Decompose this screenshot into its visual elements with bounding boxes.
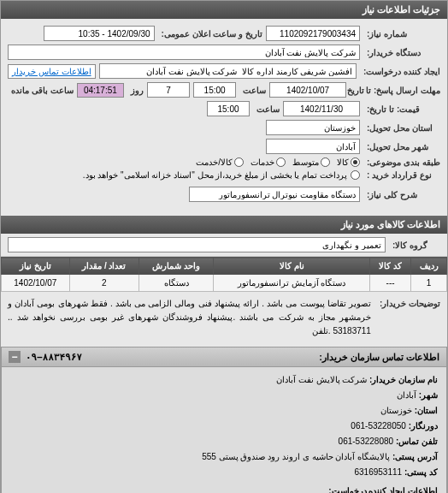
radio-kala-khadmat-label: کالا/خدمت (196, 157, 233, 167)
radio-khadmat[interactable]: خدمات (251, 157, 286, 167)
deadline-hour[interactable] (193, 82, 236, 98)
barcode: ۰۹−۸۸۳۴۹۶۷ (26, 352, 82, 363)
collapse-icon[interactable]: − (9, 351, 21, 363)
buyer-notes-label: توضیحات خریدار: (376, 297, 440, 308)
remain-label: ساعت باقی مانده (8, 86, 74, 95)
th-date: تاریخ نیاز (2, 258, 70, 275)
phone-value: 53228080-061 (339, 437, 394, 446)
form-body: شماره نیاز: تاریخ و ساعت اعلان عمومی: دس… (1, 19, 447, 212)
contact-panel: اطلاعات تماس سازمان خریدار: ۰۹−۸۸۳۴۹۶۷ −… (1, 347, 447, 493)
creator-input[interactable] (99, 63, 357, 79)
contract-note: پرداخت تمام یا بخشی از مبلغ خرید،از محل … (83, 170, 347, 180)
contract-radio[interactable] (351, 170, 360, 180)
table-row[interactable]: 1 --- دستگاه آزمایش ترانسفورماتور دستگاه… (2, 275, 447, 292)
day-label: روز (127, 86, 144, 95)
delivery-state-label: استان محل تحویل: (363, 123, 440, 133)
td-date: 1402/10/07 (2, 275, 70, 292)
need-desc-label: شرح کلی نیاز: (363, 190, 440, 199)
goods-group-label: گروه کالا: (389, 241, 440, 250)
radio-kala[interactable]: کالا (337, 157, 360, 167)
fax-value: 53228050-061 (351, 421, 406, 431)
radio-avg[interactable]: متوسط (292, 157, 330, 167)
delivery-state[interactable] (266, 120, 360, 135)
td-row: 1 (411, 275, 447, 292)
price-hour-label: ساعت (253, 104, 280, 114)
delivery-city-label: شهر محل تحویل: (363, 142, 440, 151)
request-no-input[interactable] (266, 26, 360, 41)
org-value: شرکت پالایش نفت آبادان (276, 375, 367, 384)
radio-avg-label: متوسط (292, 157, 319, 167)
phone-label: تلفن تماس: (396, 437, 438, 446)
deadline-hour-label: ساعت (239, 86, 266, 95)
announce-label: تاریخ و ساعت اعلان عمومی: (158, 29, 262, 39)
city-label: شهر: (419, 390, 438, 400)
deadline-date[interactable] (269, 82, 346, 98)
th-code: کد کالا (370, 258, 411, 275)
panel-header: جزئیات اطلاعات نیاز (1, 1, 447, 19)
contract-type-label: نوع قرارداد خرید : (363, 170, 440, 180)
postal-value: 6316953111 (354, 467, 402, 477)
fax-label: دورنگار: (409, 421, 438, 431)
address-value: پالایشگاه آبادان حاشیه ی اروند رود صندوق… (202, 452, 390, 461)
price-until-label: قیمت: تا تاریخ: (363, 104, 440, 114)
classification-radios: کالا متوسط خدمات کالا/خدمت (196, 157, 360, 167)
th-unit: واحد شمارش (139, 258, 213, 275)
classification-label: طبقه بندی موضوعی: (363, 157, 440, 167)
goods-section-title: اطلاعات کالاهای مورد نیاز (1, 216, 447, 234)
need-desc[interactable] (189, 187, 360, 202)
th-qty: تعداد / مقدار (69, 258, 139, 275)
price-hour[interactable] (207, 101, 250, 116)
province-value: خوزستان (380, 406, 412, 415)
province-label: استان: (415, 406, 438, 415)
price-date[interactable] (283, 101, 360, 116)
radio-dot-icon (351, 170, 360, 180)
deadline-day[interactable] (147, 82, 190, 98)
contact-link[interactable]: اطلاعات تماس خریدار (8, 64, 96, 79)
contact-panel-title: اطلاعات تماس سازمان خریدار: (319, 352, 439, 363)
radio-dot-icon (351, 157, 360, 167)
radio-dot-icon (234, 157, 244, 167)
radio-dot-icon (276, 157, 286, 167)
td-qty: 2 (69, 275, 139, 292)
td-code: --- (370, 275, 411, 292)
buyer-notes: تصویر تقاضا پیوست می باشد . ارائه پیشنها… (8, 297, 371, 338)
delivery-city[interactable] (266, 139, 360, 154)
radio-kala-khadmat[interactable]: کالا/خدمت (196, 157, 244, 167)
creator-label: ایجاد کننده درخواست: (360, 67, 440, 76)
goods-group[interactable] (8, 237, 386, 252)
radio-khadmat-label: خدمات (251, 157, 274, 167)
td-unit: دستگاه (139, 275, 213, 292)
buyer-org-label: دستگاه خریدار: (363, 48, 440, 57)
announce-input[interactable] (44, 26, 155, 41)
goods-table: ردیف کد کالا نام کالا واحد شمارش تعداد /… (1, 257, 447, 292)
request-no-label: شماره نیاز: (363, 29, 440, 39)
org-label: نام سازمان خریدار: (369, 375, 438, 384)
address-label: آدرس پستی: (392, 452, 438, 461)
city-value: آبادان (397, 390, 416, 400)
creator-section-label: اطلاعات ایجاد کننده درخواست: (10, 484, 438, 493)
radio-dot-icon (321, 157, 330, 167)
td-name: دستگاه آزمایش ترانسفورماتور (214, 275, 370, 292)
th-row: ردیف (411, 258, 447, 275)
countdown: 04:17:51 (77, 83, 125, 98)
postal-label: کد پستی: (404, 467, 438, 477)
buyer-org-input[interactable] (8, 45, 360, 60)
deadline-label: مهلت ارسال پاسخ: تا تاریخ: (350, 86, 440, 95)
th-name: نام کالا (214, 258, 370, 275)
radio-kala-label: کالا (337, 157, 349, 167)
